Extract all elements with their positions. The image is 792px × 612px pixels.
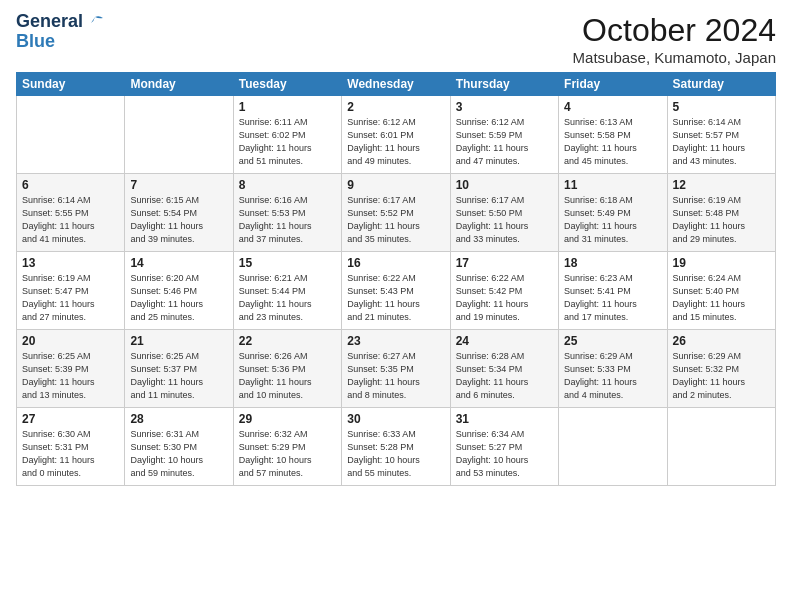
day-number: 23 [347, 334, 444, 348]
day-number: 14 [130, 256, 227, 270]
calendar-cell [17, 96, 125, 174]
calendar-cell: 26Sunrise: 6:29 AM Sunset: 5:32 PM Dayli… [667, 330, 775, 408]
weekday-header-wednesday: Wednesday [342, 73, 450, 96]
calendar-cell: 25Sunrise: 6:29 AM Sunset: 5:33 PM Dayli… [559, 330, 667, 408]
day-number: 28 [130, 412, 227, 426]
cell-info: Sunrise: 6:14 AM Sunset: 5:57 PM Dayligh… [673, 116, 770, 168]
calendar-cell: 29Sunrise: 6:32 AM Sunset: 5:29 PM Dayli… [233, 408, 341, 486]
cell-info: Sunrise: 6:25 AM Sunset: 5:39 PM Dayligh… [22, 350, 119, 402]
calendar-cell: 20Sunrise: 6:25 AM Sunset: 5:39 PM Dayli… [17, 330, 125, 408]
cell-info: Sunrise: 6:33 AM Sunset: 5:28 PM Dayligh… [347, 428, 444, 480]
calendar-cell: 6Sunrise: 6:14 AM Sunset: 5:55 PM Daylig… [17, 174, 125, 252]
calendar-cell: 31Sunrise: 6:34 AM Sunset: 5:27 PM Dayli… [450, 408, 558, 486]
location: Matsubase, Kumamoto, Japan [573, 49, 776, 66]
calendar-container: General Blue October 2024 Matsubase, Kum… [0, 0, 792, 612]
calendar-cell: 11Sunrise: 6:18 AM Sunset: 5:49 PM Dayli… [559, 174, 667, 252]
calendar-cell: 3Sunrise: 6:12 AM Sunset: 5:59 PM Daylig… [450, 96, 558, 174]
calendar-cell: 12Sunrise: 6:19 AM Sunset: 5:48 PM Dayli… [667, 174, 775, 252]
cell-info: Sunrise: 6:25 AM Sunset: 5:37 PM Dayligh… [130, 350, 227, 402]
day-number: 2 [347, 100, 444, 114]
day-number: 25 [564, 334, 661, 348]
cell-info: Sunrise: 6:31 AM Sunset: 5:30 PM Dayligh… [130, 428, 227, 480]
cell-info: Sunrise: 6:17 AM Sunset: 5:52 PM Dayligh… [347, 194, 444, 246]
calendar-cell: 2Sunrise: 6:12 AM Sunset: 6:01 PM Daylig… [342, 96, 450, 174]
cell-info: Sunrise: 6:17 AM Sunset: 5:50 PM Dayligh… [456, 194, 553, 246]
cell-info: Sunrise: 6:24 AM Sunset: 5:40 PM Dayligh… [673, 272, 770, 324]
day-number: 20 [22, 334, 119, 348]
calendar-cell: 4Sunrise: 6:13 AM Sunset: 5:58 PM Daylig… [559, 96, 667, 174]
weekday-header-saturday: Saturday [667, 73, 775, 96]
cell-info: Sunrise: 6:28 AM Sunset: 5:34 PM Dayligh… [456, 350, 553, 402]
day-number: 7 [130, 178, 227, 192]
calendar-cell [667, 408, 775, 486]
day-number: 13 [22, 256, 119, 270]
cell-info: Sunrise: 6:19 AM Sunset: 5:47 PM Dayligh… [22, 272, 119, 324]
day-number: 31 [456, 412, 553, 426]
calendar-cell: 15Sunrise: 6:21 AM Sunset: 5:44 PM Dayli… [233, 252, 341, 330]
cell-info: Sunrise: 6:32 AM Sunset: 5:29 PM Dayligh… [239, 428, 336, 480]
cell-info: Sunrise: 6:20 AM Sunset: 5:46 PM Dayligh… [130, 272, 227, 324]
title-area: October 2024 Matsubase, Kumamoto, Japan [573, 12, 776, 66]
day-number: 3 [456, 100, 553, 114]
day-number: 5 [673, 100, 770, 114]
day-number: 19 [673, 256, 770, 270]
header-area: General Blue October 2024 Matsubase, Kum… [16, 12, 776, 66]
calendar-cell: 21Sunrise: 6:25 AM Sunset: 5:37 PM Dayli… [125, 330, 233, 408]
calendar-table: SundayMondayTuesdayWednesdayThursdayFrid… [16, 72, 776, 486]
day-number: 10 [456, 178, 553, 192]
day-number: 9 [347, 178, 444, 192]
cell-info: Sunrise: 6:15 AM Sunset: 5:54 PM Dayligh… [130, 194, 227, 246]
calendar-cell: 14Sunrise: 6:20 AM Sunset: 5:46 PM Dayli… [125, 252, 233, 330]
day-number: 12 [673, 178, 770, 192]
calendar-cell: 17Sunrise: 6:22 AM Sunset: 5:42 PM Dayli… [450, 252, 558, 330]
cell-info: Sunrise: 6:27 AM Sunset: 5:35 PM Dayligh… [347, 350, 444, 402]
weekday-header-friday: Friday [559, 73, 667, 96]
weekday-header-thursday: Thursday [450, 73, 558, 96]
cell-info: Sunrise: 6:12 AM Sunset: 5:59 PM Dayligh… [456, 116, 553, 168]
day-number: 17 [456, 256, 553, 270]
cell-info: Sunrise: 6:34 AM Sunset: 5:27 PM Dayligh… [456, 428, 553, 480]
logo-text: General [16, 12, 107, 32]
day-number: 21 [130, 334, 227, 348]
day-number: 4 [564, 100, 661, 114]
day-number: 8 [239, 178, 336, 192]
day-number: 29 [239, 412, 336, 426]
calendar-cell: 30Sunrise: 6:33 AM Sunset: 5:28 PM Dayli… [342, 408, 450, 486]
cell-info: Sunrise: 6:11 AM Sunset: 6:02 PM Dayligh… [239, 116, 336, 168]
day-number: 15 [239, 256, 336, 270]
cell-info: Sunrise: 6:18 AM Sunset: 5:49 PM Dayligh… [564, 194, 661, 246]
month-title: October 2024 [573, 12, 776, 49]
weekday-header-tuesday: Tuesday [233, 73, 341, 96]
day-number: 18 [564, 256, 661, 270]
day-number: 11 [564, 178, 661, 192]
cell-info: Sunrise: 6:14 AM Sunset: 5:55 PM Dayligh… [22, 194, 119, 246]
day-number: 22 [239, 334, 336, 348]
cell-info: Sunrise: 6:19 AM Sunset: 5:48 PM Dayligh… [673, 194, 770, 246]
calendar-cell: 1Sunrise: 6:11 AM Sunset: 6:02 PM Daylig… [233, 96, 341, 174]
calendar-cell: 16Sunrise: 6:22 AM Sunset: 5:43 PM Dayli… [342, 252, 450, 330]
calendar-cell: 5Sunrise: 6:14 AM Sunset: 5:57 PM Daylig… [667, 96, 775, 174]
cell-info: Sunrise: 6:29 AM Sunset: 5:33 PM Dayligh… [564, 350, 661, 402]
calendar-cell: 22Sunrise: 6:26 AM Sunset: 5:36 PM Dayli… [233, 330, 341, 408]
calendar-cell [559, 408, 667, 486]
calendar-cell: 8Sunrise: 6:16 AM Sunset: 5:53 PM Daylig… [233, 174, 341, 252]
weekday-header-monday: Monday [125, 73, 233, 96]
weekday-header-sunday: Sunday [17, 73, 125, 96]
calendar-cell: 13Sunrise: 6:19 AM Sunset: 5:47 PM Dayli… [17, 252, 125, 330]
logo-blue: Blue [16, 32, 55, 52]
cell-info: Sunrise: 6:23 AM Sunset: 5:41 PM Dayligh… [564, 272, 661, 324]
cell-info: Sunrise: 6:26 AM Sunset: 5:36 PM Dayligh… [239, 350, 336, 402]
calendar-cell: 18Sunrise: 6:23 AM Sunset: 5:41 PM Dayli… [559, 252, 667, 330]
day-number: 26 [673, 334, 770, 348]
calendar-cell: 9Sunrise: 6:17 AM Sunset: 5:52 PM Daylig… [342, 174, 450, 252]
calendar-cell: 23Sunrise: 6:27 AM Sunset: 5:35 PM Dayli… [342, 330, 450, 408]
cell-info: Sunrise: 6:13 AM Sunset: 5:58 PM Dayligh… [564, 116, 661, 168]
day-number: 30 [347, 412, 444, 426]
cell-info: Sunrise: 6:22 AM Sunset: 5:43 PM Dayligh… [347, 272, 444, 324]
day-number: 24 [456, 334, 553, 348]
day-number: 27 [22, 412, 119, 426]
calendar-cell: 28Sunrise: 6:31 AM Sunset: 5:30 PM Dayli… [125, 408, 233, 486]
cell-info: Sunrise: 6:22 AM Sunset: 5:42 PM Dayligh… [456, 272, 553, 324]
logo: General Blue [16, 12, 107, 52]
calendar-cell: 10Sunrise: 6:17 AM Sunset: 5:50 PM Dayli… [450, 174, 558, 252]
